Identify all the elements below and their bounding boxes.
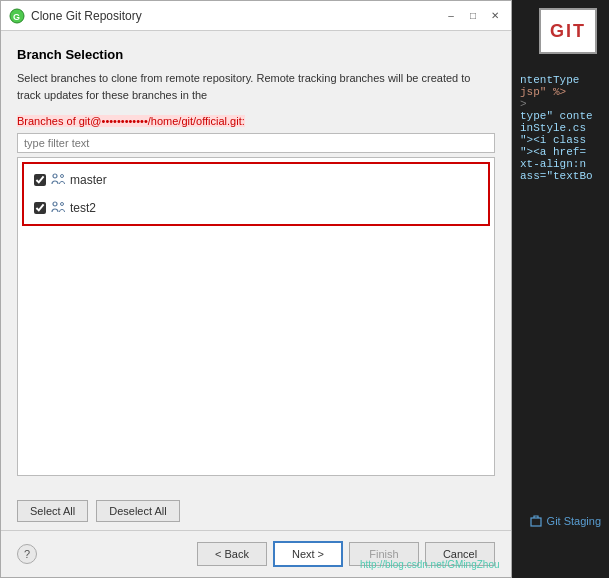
branch-group: master test2 bbox=[22, 162, 490, 226]
code-line: "><i class bbox=[520, 134, 601, 146]
code-line: xt-align:n bbox=[520, 158, 601, 170]
navigation-buttons: ? < Back Next > Finish Cancel bbox=[1, 531, 511, 577]
code-line: type" conte bbox=[520, 110, 601, 122]
code-line: ntentType bbox=[520, 74, 601, 86]
svg-point-5 bbox=[61, 203, 64, 206]
branch-actions: Select All Deselect All bbox=[1, 492, 511, 530]
redacted-host: •••••••••••• bbox=[102, 115, 148, 127]
url-bar: http://blog.csdn.net/GMingZhou bbox=[360, 559, 500, 570]
branch-name: test2 bbox=[70, 201, 96, 215]
branch-name: master bbox=[70, 173, 107, 187]
back-button[interactable]: < Back bbox=[197, 542, 267, 566]
list-item: master bbox=[28, 168, 113, 192]
svg-point-3 bbox=[61, 175, 64, 178]
branch-checkbox-master[interactable] bbox=[34, 174, 46, 186]
code-line: "><a href= bbox=[520, 146, 601, 158]
list-item: test2 bbox=[28, 196, 102, 220]
git-staging-icon bbox=[529, 514, 543, 528]
svg-rect-6 bbox=[531, 518, 541, 526]
branch-list: master test2 bbox=[17, 157, 495, 476]
dialog-body: Branch Selection Select branches to clon… bbox=[1, 31, 511, 492]
next-button[interactable]: Next > bbox=[273, 541, 343, 567]
description-text: Select branches to clone from remote rep… bbox=[17, 70, 495, 103]
branch-icon bbox=[50, 200, 66, 216]
code-line: inStyle.cs bbox=[520, 122, 601, 134]
select-all-button[interactable]: Select All bbox=[17, 500, 88, 522]
code-line: jsp" %> bbox=[520, 86, 601, 98]
code-line: > bbox=[520, 98, 601, 110]
section-title: Branch Selection bbox=[17, 47, 495, 62]
help-button[interactable]: ? bbox=[17, 544, 37, 564]
code-panel: GIT ntentTypejsp" %>>type" conteinStyle.… bbox=[512, 0, 609, 578]
git-logo-box: GIT bbox=[539, 8, 597, 54]
title-bar: G Clone Git Repository – □ ✕ bbox=[1, 1, 511, 31]
git-logo-text: GIT bbox=[550, 21, 586, 42]
code-lines: ntentTypejsp" %>>type" conteinStyle.cs">… bbox=[520, 74, 601, 182]
filter-input[interactable] bbox=[17, 133, 495, 153]
code-line: ass="textBo bbox=[520, 170, 601, 182]
maximize-button[interactable]: □ bbox=[465, 8, 481, 24]
svg-point-4 bbox=[53, 202, 57, 206]
git-staging-label: Git Staging bbox=[529, 514, 601, 528]
svg-point-2 bbox=[53, 174, 57, 178]
dialog-title: Clone Git Repository bbox=[31, 9, 437, 23]
svg-text:G: G bbox=[13, 12, 20, 22]
branch-checkbox-test2[interactable] bbox=[34, 202, 46, 214]
branches-label: Branches of git@••••••••••••/home/git/of… bbox=[17, 115, 495, 127]
clone-git-dialog: G Clone Git Repository – □ ✕ Branch Sele… bbox=[0, 0, 512, 578]
minimize-button[interactable]: – bbox=[443, 8, 459, 24]
deselect-all-button[interactable]: Deselect All bbox=[96, 500, 179, 522]
close-button[interactable]: ✕ bbox=[487, 8, 503, 24]
dialog-icon: G bbox=[9, 8, 25, 24]
branch-icon bbox=[50, 172, 66, 188]
